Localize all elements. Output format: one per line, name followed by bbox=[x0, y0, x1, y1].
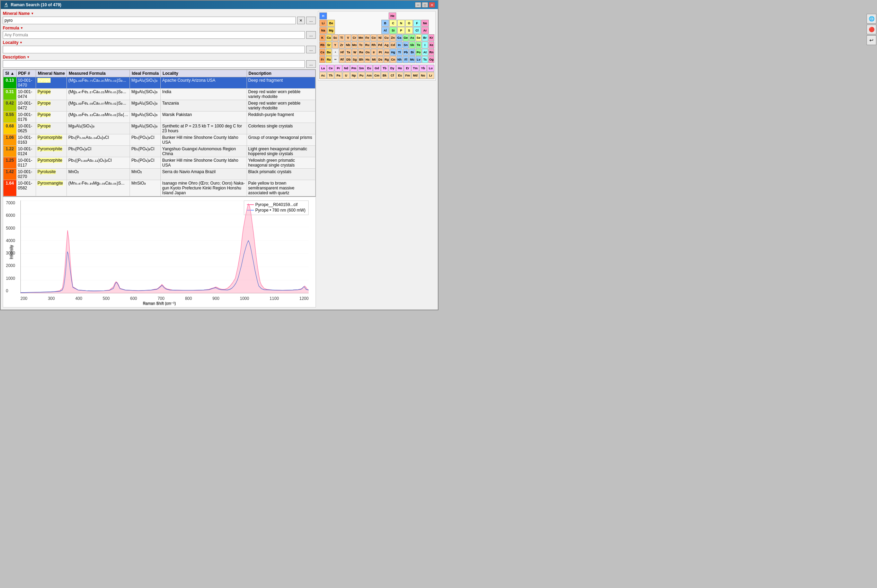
element-Pm[interactable]: Pm bbox=[350, 65, 357, 72]
element-B[interactable]: B bbox=[381, 20, 389, 27]
col-si[interactable]: SI ▲ bbox=[3, 70, 17, 77]
element-Ag[interactable]: Ag bbox=[383, 42, 390, 48]
element-Pu[interactable]: Pu bbox=[358, 72, 365, 79]
element-Tl[interactable]: Tl bbox=[396, 49, 402, 56]
minimize-button[interactable]: ─ bbox=[415, 2, 421, 8]
element-Eu[interactable]: Eu bbox=[365, 65, 373, 72]
element-Cm[interactable]: Cm bbox=[373, 72, 380, 79]
element-At[interactable]: At bbox=[422, 49, 428, 56]
element-As[interactable]: As bbox=[409, 34, 415, 41]
element-Cu[interactable]: Cu bbox=[383, 34, 390, 41]
element-Ca[interactable]: Ca bbox=[326, 34, 332, 41]
mineral-name-more-button[interactable]: ... bbox=[306, 16, 316, 24]
element-Ce[interactable]: Ce bbox=[327, 65, 334, 72]
table-row[interactable]: 1.2210-001-0124PyromorphitePb₅(PO₄)₃ClPb… bbox=[3, 146, 315, 157]
element-Cn[interactable]: Cn bbox=[390, 56, 396, 63]
element-Sc[interactable]: Sc bbox=[332, 34, 338, 41]
element-Ti[interactable]: Ti bbox=[339, 34, 345, 41]
element-Nb[interactable]: Nb bbox=[345, 42, 351, 48]
element-Cs[interactable]: Cs bbox=[319, 49, 325, 56]
element-Ba[interactable]: Ba bbox=[326, 49, 332, 56]
element-Na[interactable]: Na bbox=[319, 27, 327, 34]
table-row[interactable]: 0.4210-001-0472Pyrope(Mg₁.₈₃Fe₁.₀₈Ca₀.₀₇… bbox=[3, 100, 315, 111]
element-Mo[interactable]: Mo bbox=[351, 42, 358, 48]
element-Mc[interactable]: Mc bbox=[409, 56, 415, 63]
element-U[interactable]: U bbox=[342, 72, 350, 79]
element-Ts[interactable]: Ts bbox=[422, 56, 428, 63]
element-In[interactable]: In bbox=[396, 42, 402, 48]
formula-input[interactable] bbox=[3, 31, 305, 39]
element-S[interactable]: S bbox=[405, 27, 413, 34]
element-Ne[interactable]: Ne bbox=[421, 20, 429, 27]
element-Gd[interactable]: Gd bbox=[373, 65, 380, 72]
element-Hg[interactable]: Hg bbox=[390, 49, 396, 56]
element-Si[interactable]: Si bbox=[389, 27, 397, 34]
element-Rn[interactable]: Rn bbox=[428, 49, 434, 56]
element-Br[interactable]: Br bbox=[422, 34, 428, 41]
table-row[interactable]: 1.4210-001-0270PyrolusiteMnO₂MnO₂Serra d… bbox=[3, 169, 315, 180]
locality-input[interactable] bbox=[3, 46, 305, 53]
table-row[interactable]: 1.2510-001-0117PyromorphitePb₅((P₀.₈₈As₀… bbox=[3, 157, 315, 169]
element-Ta[interactable]: Ta bbox=[345, 49, 351, 56]
element-Xe[interactable]: Xe bbox=[428, 42, 435, 48]
element-Tm[interactable]: Tm bbox=[411, 65, 419, 72]
element-Es[interactable]: Es bbox=[396, 72, 404, 79]
element-No[interactable]: No bbox=[419, 72, 427, 79]
element-Fe[interactable]: Fe bbox=[364, 34, 371, 41]
col-locality[interactable]: Locality bbox=[161, 70, 246, 77]
element-Rg[interactable]: Rg bbox=[384, 56, 390, 63]
element-Am[interactable]: Am bbox=[365, 72, 373, 79]
col-pdf[interactable]: PDF # bbox=[16, 70, 36, 77]
col-ideal[interactable]: Ideal Formula bbox=[130, 70, 161, 77]
element-Sb[interactable]: Sb bbox=[409, 42, 415, 48]
element-Be[interactable]: Be bbox=[327, 20, 335, 27]
element-Ds[interactable]: Ds bbox=[377, 56, 383, 63]
table-row[interactable]: 1.0610-001-0163PyromorphitePb₅(P₀.₉₆As₀.… bbox=[3, 134, 315, 146]
element-Fl[interactable]: Fl bbox=[403, 56, 409, 63]
element-C[interactable]: C bbox=[389, 20, 397, 27]
element-Hs[interactable]: Hs bbox=[364, 56, 370, 63]
element-Co[interactable]: Co bbox=[371, 34, 377, 41]
element-W[interactable]: W bbox=[352, 49, 358, 56]
element-H[interactable]: H bbox=[319, 12, 327, 20]
element-Nd[interactable]: Nd bbox=[342, 65, 350, 72]
element-Sg[interactable]: Sg bbox=[352, 56, 358, 63]
element-Kr[interactable]: Kr bbox=[428, 34, 435, 41]
element-Pr[interactable]: Pr bbox=[335, 65, 342, 72]
element-Tc[interactable]: Tc bbox=[358, 42, 364, 48]
element-V[interactable]: V bbox=[345, 34, 351, 41]
element-Ni[interactable]: Ni bbox=[377, 34, 383, 41]
element-Tb[interactable]: Tb bbox=[381, 65, 388, 72]
table-row[interactable]: 0.3110-001-0474Pyrope(Mg₁.₄₇Fe₁.₂₇Ca₀.₂₁… bbox=[3, 88, 315, 100]
element-Er[interactable]: Er bbox=[404, 65, 411, 72]
element-Al[interactable]: Al bbox=[381, 27, 389, 34]
element-Lv[interactable]: Lv bbox=[416, 56, 422, 63]
locality-more-button[interactable]: ... bbox=[306, 46, 316, 53]
formula-label[interactable]: Formula bbox=[3, 26, 23, 30]
element-O[interactable]: O bbox=[405, 20, 413, 27]
element-F[interactable]: F bbox=[413, 20, 421, 27]
element-Mg[interactable]: Mg bbox=[327, 27, 335, 34]
element-He[interactable]: He bbox=[389, 12, 396, 20]
element-Th[interactable]: Th bbox=[327, 72, 334, 79]
element-Rh[interactable]: Rh bbox=[371, 42, 377, 48]
table-row[interactable]: 0.1310-001-0470Pyrope(Mg₁.₈₃Fe₀.₇₅Ca₀.₃₅… bbox=[3, 77, 315, 88]
element-Cr[interactable]: Cr bbox=[351, 34, 358, 41]
element-Pd[interactable]: Pd bbox=[377, 42, 383, 48]
element-Zn[interactable]: Zn bbox=[390, 34, 396, 41]
element-Ac[interactable]: Ac bbox=[319, 72, 327, 79]
maximize-button[interactable]: □ bbox=[422, 2, 428, 8]
element-La[interactable]: La bbox=[319, 65, 327, 72]
element-Md[interactable]: Md bbox=[411, 72, 419, 79]
element-Bh[interactable]: Bh bbox=[358, 56, 364, 63]
close-button[interactable]: ✕ bbox=[429, 2, 435, 8]
element-Zr[interactable]: Zr bbox=[339, 42, 345, 48]
description-label[interactable]: Description bbox=[3, 55, 30, 60]
element-Re[interactable]: Re bbox=[358, 49, 364, 56]
mineral-name-input[interactable] bbox=[3, 16, 296, 24]
description-input[interactable] bbox=[3, 60, 305, 68]
element-Au[interactable]: Au bbox=[384, 49, 390, 56]
element-Pt[interactable]: Pt bbox=[377, 49, 383, 56]
element-Sr[interactable]: Sr bbox=[326, 42, 332, 48]
element-Fr[interactable]: Fr bbox=[319, 56, 325, 63]
